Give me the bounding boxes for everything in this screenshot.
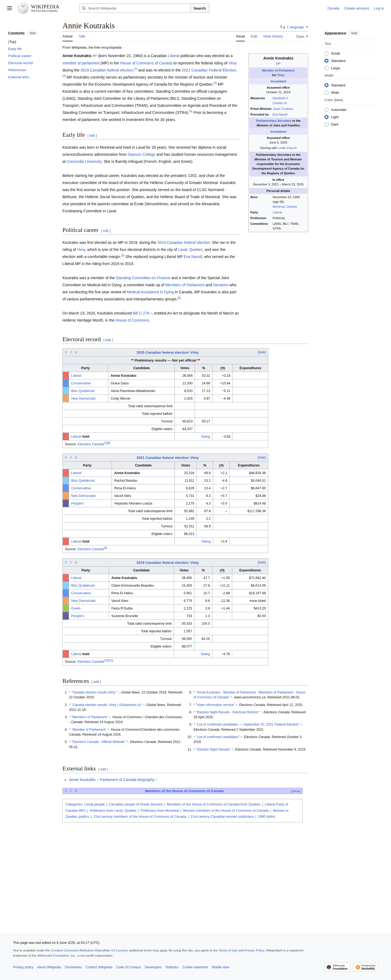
sidebar-item-political-career[interactable]: Political career xyxy=(8,54,59,58)
radio-icon[interactable] xyxy=(325,108,329,112)
reference-sup-link[interactable]: [2] xyxy=(62,74,66,78)
radio-option-standard[interactable]: Standard xyxy=(325,83,376,87)
swing-link[interactable]: Swing xyxy=(201,435,210,439)
party-link[interactable]: New Democratic xyxy=(71,397,96,401)
category-link[interactable]: 21st-century members of the House of Com… xyxy=(93,815,186,819)
navbox-vte-links[interactable]: V · T · E xyxy=(65,789,78,792)
sidebar-item-references[interactable]: References xyxy=(8,68,59,72)
party-link[interactable]: Liberal xyxy=(71,374,81,378)
link[interactable]: Vimy xyxy=(228,61,237,65)
table-hide-button[interactable]: [hide] xyxy=(258,560,266,564)
party-link[interactable]: Conservative xyxy=(71,591,91,595)
link[interactable]: ^ xyxy=(193,703,195,707)
reference-sup-link[interactable]: [9] xyxy=(104,546,107,549)
link[interactable]: "Members of Parliament"↗ xyxy=(71,715,111,719)
party-link[interactable]: New Democratic xyxy=(71,494,96,498)
link[interactable]: member of parliament xyxy=(62,61,100,65)
category-link[interactable]: 1960 births xyxy=(258,815,275,819)
link[interactable]: Vimy xyxy=(277,73,285,77)
link[interactable]: ^ xyxy=(193,722,195,726)
party-link[interactable]: New Democratic xyxy=(71,599,96,603)
link[interactable]: Montreal, Quebec xyxy=(272,205,297,208)
link[interactable]: Annie Koutrakis – Parliament of Canada b… xyxy=(69,778,157,782)
party-link[interactable]: Conservative xyxy=(71,382,91,385)
link[interactable]: Concordia University xyxy=(67,159,101,164)
language-selector[interactable]: A 1 language xyxy=(280,25,308,30)
party-link[interactable]: People's xyxy=(71,614,84,618)
link[interactable]: "Elections Canada - Official Website"↗ xyxy=(71,740,128,744)
footer-link-disclaimers[interactable]: Disclaimers xyxy=(65,965,82,969)
table-vte-links[interactable]: V · T · E xyxy=(65,456,78,459)
table-hide-button[interactable]: [hide] xyxy=(258,350,266,354)
infobox-incumbent-link[interactable]: Incumbent xyxy=(249,79,307,84)
link[interactable]: Medical Assistance in Dying xyxy=(127,290,174,294)
table-vte-links[interactable]: V · T · E xyxy=(65,561,78,564)
footer-link-contact-wikipedia[interactable]: Contact Wikipedia xyxy=(86,965,112,969)
reference-sup-link[interactable]: [10] xyxy=(104,659,109,662)
radio-option-wide[interactable]: Wide xyxy=(325,91,376,95)
badge-mediawiki[interactable]: Powered byMediaWiki xyxy=(353,963,378,972)
link[interactable]: "Member of Parliament"↗ xyxy=(71,728,109,732)
radio-icon[interactable] xyxy=(325,51,329,56)
wikipedia-logo[interactable]: WIKIPEDIA The Free Encyclopedia xyxy=(17,2,59,14)
tab-talk[interactable]: Talk xyxy=(79,32,85,41)
category-link[interactable]: Members of the House of Commons of Canad… xyxy=(167,802,261,806)
link[interactable]: "Election Night Results - Electoral Dist… xyxy=(196,710,262,714)
category-link[interactable]: Women members of the House of Commons of… xyxy=(183,808,269,813)
sidebar-item-external-links[interactable]: External links xyxy=(8,75,59,79)
link[interactable]: ^ xyxy=(69,715,71,719)
radio-option-dark[interactable]: Dark xyxy=(325,123,376,126)
category-link[interactable]: Canadian people of Greek descent xyxy=(109,802,163,806)
radio-selected-icon[interactable] xyxy=(325,83,329,87)
radio-icon[interactable] xyxy=(325,66,329,70)
link[interactable]: House of Commons xyxy=(116,318,149,322)
footer-link-code-of-conduct[interactable]: Code of Conduct xyxy=(116,965,141,969)
link[interactable]: Parliamentary Secretary xyxy=(256,119,291,123)
link[interactable]: Dawson College xyxy=(128,152,155,157)
tab-edit[interactable]: Edit xyxy=(251,32,257,41)
party-link[interactable]: Bloc Québécois xyxy=(71,584,95,587)
link[interactable]: Justin Trudeau xyxy=(272,107,293,110)
link[interactable]: Standing Committee on Finance xyxy=(116,276,170,280)
link[interactable]: 2019 Canadian federal election xyxy=(157,240,210,245)
link[interactable]: Wikimedia Foundation, Inc. xyxy=(37,954,76,958)
link[interactable]: Eva Nassif xyxy=(272,113,287,116)
link[interactable]: "Election Night Results"↗ xyxy=(196,748,233,751)
infobox-post-nominal-link[interactable]: MP xyxy=(249,61,307,67)
swing-link[interactable]: Swing xyxy=(201,539,211,543)
link[interactable]: "Canada election results:Vimy"↗ xyxy=(71,690,119,694)
contents-hide-button[interactable]: hide xyxy=(27,30,38,36)
search-button[interactable]: Search xyxy=(190,3,209,13)
hamburger-menu-icon[interactable] xyxy=(7,6,12,10)
link[interactable]: Elections Canada xyxy=(78,660,104,663)
top-link-donate[interactable]: Donate xyxy=(328,6,339,10)
link[interactable]: "Voter information service"↗ xyxy=(196,703,237,707)
link[interactable]: Member of Parliament xyxy=(262,69,294,72)
party-link[interactable]: Liberal xyxy=(71,471,81,475)
link[interactable]: ^ xyxy=(193,710,195,714)
tools-menu[interactable]: Tools xyxy=(296,32,308,41)
categories-label[interactable]: Categories: xyxy=(65,802,83,806)
link[interactable]: "List of confirmed candidates"↗ xyxy=(196,735,242,739)
tab-article[interactable]: Article xyxy=(62,32,73,41)
election-table-title[interactable]: 2025 Canadian federal election: Vimy xyxy=(78,350,258,355)
radio-icon[interactable] xyxy=(325,91,329,95)
link[interactable]: ^ xyxy=(193,748,195,751)
sidebar-item-top[interactable]: (Top) xyxy=(8,40,59,44)
link[interactable]: Liberal xyxy=(272,211,282,214)
link[interactable]: House of Commons of Canada xyxy=(120,61,172,65)
link[interactable]: Privacy Policy xyxy=(245,948,264,952)
table-hide-button[interactable]: [hide] xyxy=(258,456,266,460)
reference-sup-link[interactable]: [3] xyxy=(214,81,217,84)
party-link[interactable]: Liberal xyxy=(71,539,81,543)
sidebar-item-electoral-record[interactable]: Electoral record xyxy=(8,61,59,65)
reference-sup-link[interactable]: [11] xyxy=(109,659,113,662)
radio-option-light[interactable]: Light xyxy=(325,115,376,119)
footer-link-privacy-policy[interactable]: Privacy policy xyxy=(13,965,33,969)
radio-icon[interactable] xyxy=(325,123,329,126)
navbox-show-button[interactable]: [show] xyxy=(291,789,300,793)
link[interactable]: Members of Parliament xyxy=(165,283,205,287)
tab-view-history[interactable]: View history xyxy=(263,32,283,41)
reference-sup-link[interactable]: [4] xyxy=(189,110,193,113)
top-link-create-account[interactable]: Create account xyxy=(344,6,369,10)
